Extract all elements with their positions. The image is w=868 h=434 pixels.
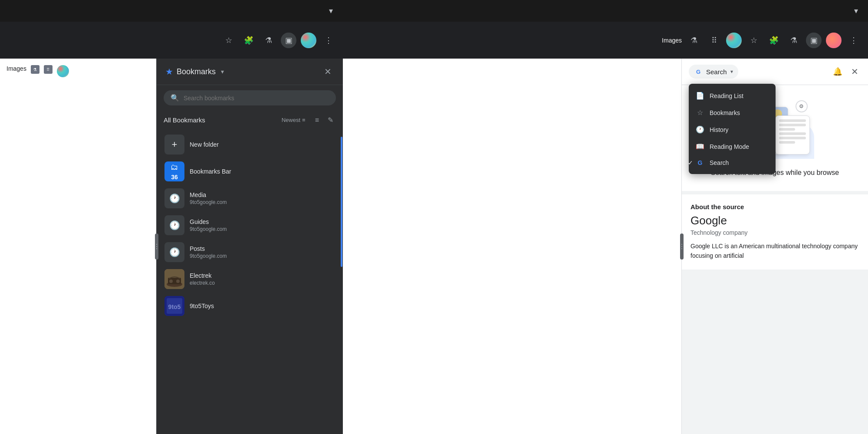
extensions-icon[interactable]: 🧩 (241, 33, 256, 48)
new-folder-item[interactable]: + New folder (160, 131, 339, 158)
flask-icon-right2[interactable]: ⚗ (786, 33, 802, 48)
star-icon-right[interactable]: ☆ (746, 33, 762, 48)
sort-icon: ≡ (302, 117, 306, 123)
bookmarks-header: ★ Bookmarks ▾ ✕ (157, 59, 343, 85)
source-section: About the source Google Technology compa… (682, 194, 868, 270)
bookmarks-dropdown-button[interactable]: ▾ (219, 66, 226, 77)
bookmark-time-icon: 🕐 (164, 215, 184, 235)
bookmark-name: Media (190, 191, 335, 198)
tab-bar-right: Images ⚗ ⠿ ☆ 🧩 ⚗ ▣ ⋮ (343, 22, 868, 59)
scrollbar-track (340, 137, 343, 434)
dropdown-item-reading-list[interactable]: 📄 Reading List (689, 87, 776, 104)
bookmark-time-icon: 🕐 (164, 188, 184, 208)
bookmark-time-icon: 🕐 (164, 242, 184, 262)
search-panel-chevron-icon: ▾ (730, 69, 733, 75)
close-search-panel-button[interactable]: ✕ (848, 64, 861, 79)
google-search-icon: G (696, 159, 704, 166)
page-tab-label-right: Images (662, 37, 682, 44)
dropdown-item-label: Reading Mode (710, 143, 749, 150)
list-item[interactable]: 🕐 Posts 9to5google.com (160, 239, 339, 266)
dropdown-item-history[interactable]: 🕐 History (689, 121, 776, 138)
bookmark-name: Bookmarks Bar (190, 168, 335, 175)
apps-icon-right[interactable]: ⠿ (706, 33, 722, 48)
settings-overlay-icon: ⚙ (796, 100, 808, 112)
right-panel: ▾ Images ⚗ ⠿ ☆ 🧩 ⚗ ▣ ⋮ G (343, 0, 868, 434)
avatar-right[interactable] (726, 33, 742, 48)
bookmark-info: Guides 9to5google.com (190, 218, 335, 232)
profile-avatar[interactable] (57, 65, 69, 77)
card-secondary-lines (776, 116, 809, 147)
dropdown-item-label: Bookmarks (710, 109, 740, 116)
content-area-left: Images ⚗ ⠿ ★ Bookmarks ▾ ✕ (0, 59, 343, 434)
dropdown-item-label: History (710, 126, 729, 133)
sort-label: Newest (282, 117, 300, 123)
resize-handle-right[interactable] (680, 233, 684, 260)
bookmark-url: electrek.co (190, 280, 335, 286)
star-icon[interactable]: ☆ (221, 33, 237, 48)
svg-point-3 (169, 279, 173, 283)
list-item[interactable]: 🗂 36 Bookmarks Bar (160, 158, 339, 185)
bookmark-info: Media 9to5google.com (190, 191, 335, 205)
list-item[interactable]: 9to5 9to5Toys (160, 293, 339, 319)
list-item[interactable]: 🕐 Guides 9to5google.com (160, 212, 339, 239)
more-icon[interactable]: ⋮ (321, 33, 336, 48)
chevron-down-icon-right[interactable]: ▾ (848, 3, 864, 19)
source-section-title: About the source (690, 203, 859, 210)
bookmark-info: Electrek electrek.co (190, 272, 335, 286)
card-line (779, 128, 795, 131)
google-g-icon: G (694, 67, 703, 76)
search-panel-title-button[interactable]: G Search ▾ (689, 65, 738, 79)
avatar[interactable] (301, 33, 316, 48)
left-panel: ▾ ☆ 🧩 ⚗ ▣ ⋮ Images ⚗ ⠿ (0, 0, 343, 434)
scrollbar-thumb[interactable] (341, 137, 342, 267)
notification-button[interactable]: 🔔 (830, 64, 845, 79)
reading-list-icon: 📄 (696, 92, 704, 100)
flask-icon[interactable]: ⚗ (261, 33, 276, 48)
extensions-icon-right[interactable]: 🧩 (766, 33, 782, 48)
page-tab-label: Images (7, 65, 26, 72)
page-area-right (343, 59, 681, 434)
bookmark-name: 9to5Toys (190, 302, 335, 309)
dropdown-item-reading-mode[interactable]: 📖 Reading Mode (689, 138, 776, 155)
bookmarks-search-bar: 🔍 (164, 90, 336, 105)
bookmarks-search-input[interactable] (184, 95, 329, 102)
more-icon-right[interactable]: ⋮ (846, 33, 861, 48)
bookmark-name: Electrek (190, 272, 335, 279)
list-item[interactable]: 🕐 Media 9to5google.com (160, 185, 339, 212)
bookmark-image-icon2: 9to5 (164, 296, 184, 316)
search-panel-title: Search (706, 68, 727, 76)
bookmarks-close-button[interactable]: ✕ (321, 65, 334, 78)
avatar-right2[interactable] (826, 33, 842, 48)
edit-button[interactable]: ✎ (325, 114, 336, 126)
flask-icon-right[interactable]: ⚗ (686, 33, 702, 48)
resize-handle[interactable] (155, 233, 158, 260)
top-bar-right: ▾ (343, 0, 868, 22)
chevron-down-icon[interactable]: ▾ (323, 3, 339, 19)
list-item[interactable]: Electrek electrek.co (160, 266, 339, 293)
dropdown-item-search[interactable]: ✓ G Search (689, 155, 776, 171)
bookmark-url: 9to5google.com (190, 253, 335, 259)
reading-mode-icon: 📖 (696, 142, 704, 151)
illustration-card-secondary (775, 115, 810, 155)
list-view-button[interactable]: ≡ (312, 115, 322, 126)
sidebar-icon-right[interactable]: ▣ (806, 33, 822, 48)
card-line (779, 137, 806, 139)
search-panel-header: G Search ▾ 🔔 ✕ (682, 59, 868, 85)
dropdown-item-bookmarks[interactable]: ☆ Bookmarks (689, 104, 776, 121)
bookmark-info: Posts 9to5google.com (190, 245, 335, 259)
bookmarks-toolbar: All Bookmarks Newest ≡ ≡ ✎ (157, 111, 343, 129)
sort-button[interactable]: Newest ≡ (278, 115, 309, 125)
page-area-left: Images ⚗ ⠿ (0, 59, 156, 434)
lab-icon: ⚗ (31, 65, 39, 74)
bookmarks-title-area: ★ Bookmarks ▾ (165, 66, 226, 77)
search-panel-actions: 🔔 ✕ (830, 64, 861, 79)
bookmarks-icon: ☆ (696, 108, 704, 117)
sidebar-icon[interactable]: ▣ (281, 33, 296, 48)
bookmark-info: 9to5Toys (190, 302, 335, 309)
search-dropdown-menu: 📄 Reading List ☆ Bookmarks 🕐 History 📖 R… (689, 84, 776, 174)
bookmark-name: Guides (190, 218, 335, 225)
bookmark-image-icon (164, 269, 184, 289)
dropdown-item-label: Reading List (710, 92, 743, 99)
search-side-panel: G Search ▾ 🔔 ✕ 📄 Reading List ☆ (681, 59, 868, 434)
bookmark-info: Bookmarks Bar (190, 168, 335, 175)
